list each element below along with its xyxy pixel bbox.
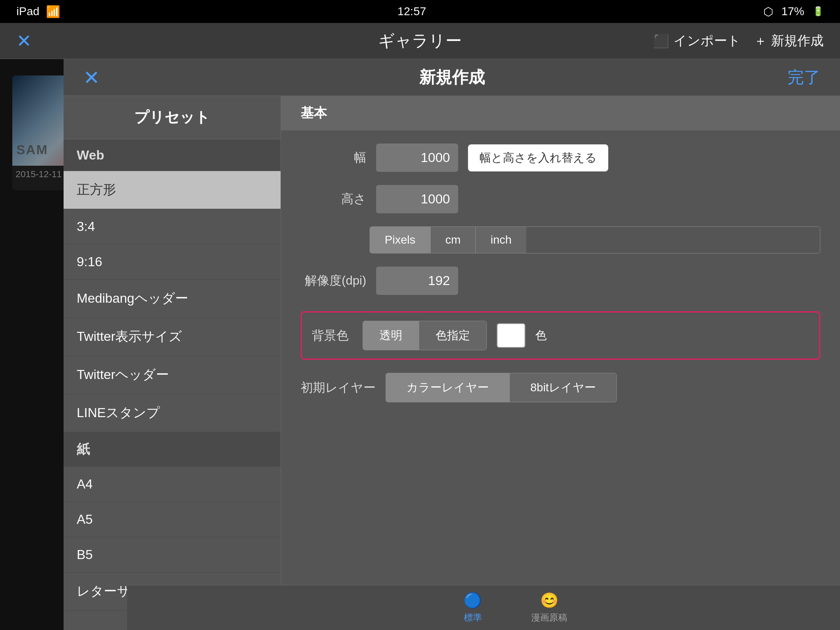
bottom-tabs: 🔵 標準 😊 漫画原稿 (127, 585, 840, 630)
color-layer-button[interactable]: カラーレイヤー (386, 373, 510, 402)
8bit-layer-button[interactable]: 8bitレイヤー (510, 373, 616, 402)
manga-tab-icon: 😊 (540, 592, 559, 609)
preset-item-twitter-display[interactable]: Twitter表示サイズ (64, 318, 281, 356)
new-label: 新規作成 (771, 32, 824, 50)
status-right: ⬡ 17% 🔋 (763, 5, 824, 18)
preset-category-paper: 紙 (64, 432, 281, 467)
new-canvas-modal: ✕ 新規作成 完了 プリセット Web 正方形 3:4 9:16 Mediban… (64, 59, 840, 630)
modal-done-button[interactable]: 完了 (788, 66, 820, 89)
modal-title: 新規作成 (419, 66, 485, 89)
top-nav: ✕ ギャラリー ⬛ インポート ＋ 新規作成 (0, 23, 840, 59)
main-content: SAM 2015-12-11 1 ✕ 新規作成 完了 プリセット Web 正方形… (0, 59, 840, 630)
battery-icon: 🔋 (813, 6, 824, 17)
unit-cm-button[interactable]: cm (431, 227, 476, 253)
dpi-input[interactable]: 192 (376, 267, 458, 295)
color-label: 色 (535, 328, 547, 343)
import-icon: ⬛ (653, 33, 669, 49)
gallery-close-button[interactable]: ✕ (16, 30, 32, 51)
status-bar: iPad 📶 12:57 ⬡ 17% 🔋 (0, 0, 840, 23)
swap-button[interactable]: 幅と高さを入れ替える (468, 144, 608, 171)
width-label: 幅 (301, 149, 366, 166)
unit-selector: Pixels cm inch (370, 226, 820, 253)
battery-label: 17% (781, 5, 804, 18)
modal-close-button[interactable]: ✕ (83, 66, 100, 89)
new-canvas-button[interactable]: ＋ 新規作成 (754, 32, 824, 50)
layer-type-row: 初期レイヤー カラーレイヤー 8bitレイヤー (301, 373, 820, 402)
manga-tab-label: 漫画原稿 (531, 612, 567, 624)
unit-pixels-button[interactable]: Pixels (370, 227, 431, 253)
preset-item-a5[interactable]: A5 (64, 502, 281, 537)
height-row: 高さ 1000 (301, 185, 820, 213)
preset-item-twitter-header[interactable]: Twitterヘッダー (64, 356, 281, 394)
height-input[interactable]: 1000 (376, 185, 458, 213)
nav-left: ✕ (16, 30, 32, 51)
bluetooth-icon: ⬡ (763, 5, 773, 18)
dpi-label: 解像度(dpi) (301, 272, 366, 289)
preset-item-a4[interactable]: A4 (64, 467, 281, 502)
bg-transparent-button[interactable]: 透明 (363, 321, 419, 350)
device-label: iPad (16, 5, 39, 18)
standard-tab-icon: 🔵 (463, 592, 482, 609)
background-color-section: 背景色 透明 色指定 色 (301, 311, 820, 360)
height-label: 高さ (301, 191, 366, 208)
layer-label: 初期レイヤー (301, 379, 376, 396)
modal-header: ✕ 新規作成 完了 (64, 59, 840, 96)
import-label: インポート (673, 32, 741, 50)
preset-item-b5[interactable]: B5 (64, 537, 281, 573)
section-header: 基本 (281, 96, 840, 130)
settings-panel: 基本 幅 1000 幅と高さを入れ替える 高さ 1000 Pixels cm i… (281, 96, 840, 630)
dpi-row: 解像度(dpi) 192 (301, 267, 820, 295)
tab-standard[interactable]: 🔵 標準 (463, 592, 482, 624)
preset-item-3-4[interactable]: 3:4 (64, 209, 281, 244)
width-input[interactable]: 1000 (376, 144, 458, 172)
import-button[interactable]: ⬛ インポート (653, 32, 741, 50)
preset-item-square[interactable]: 正方形 (64, 171, 281, 209)
layer-type-group: カラーレイヤー 8bitレイヤー (386, 373, 617, 402)
preset-item-medibang-header[interactable]: Medibangヘッダー (64, 280, 281, 318)
tab-manga[interactable]: 😊 漫画原稿 (531, 592, 567, 624)
bg-option-group: 透明 色指定 (363, 321, 487, 350)
gallery-title: ギャラリー (378, 30, 462, 52)
bg-color-label: 背景色 (312, 327, 353, 344)
color-preview-button[interactable] (497, 323, 525, 348)
plus-icon: ＋ (754, 32, 767, 50)
wifi-icon: 📶 (46, 5, 60, 18)
width-row: 幅 1000 幅と高さを入れ替える (301, 144, 820, 172)
unit-inch-button[interactable]: inch (476, 227, 526, 253)
bg-color-specify-button[interactable]: 色指定 (419, 321, 486, 350)
preset-header: プリセット (64, 96, 281, 139)
nav-right: ⬛ インポート ＋ 新規作成 (653, 32, 824, 50)
time-display: 12:57 (397, 5, 426, 18)
preset-category-web: Web (64, 139, 281, 171)
preset-item-9-16[interactable]: 9:16 (64, 244, 281, 280)
preset-sidebar: プリセット Web 正方形 3:4 9:16 Medibangヘッダー Twit… (64, 96, 281, 630)
modal-body: プリセット Web 正方形 3:4 9:16 Medibangヘッダー Twit… (64, 96, 840, 630)
preset-item-line-stamp[interactable]: LINEスタンプ (64, 394, 281, 432)
standard-tab-label: 標準 (464, 612, 482, 624)
status-left: iPad 📶 (16, 5, 60, 18)
